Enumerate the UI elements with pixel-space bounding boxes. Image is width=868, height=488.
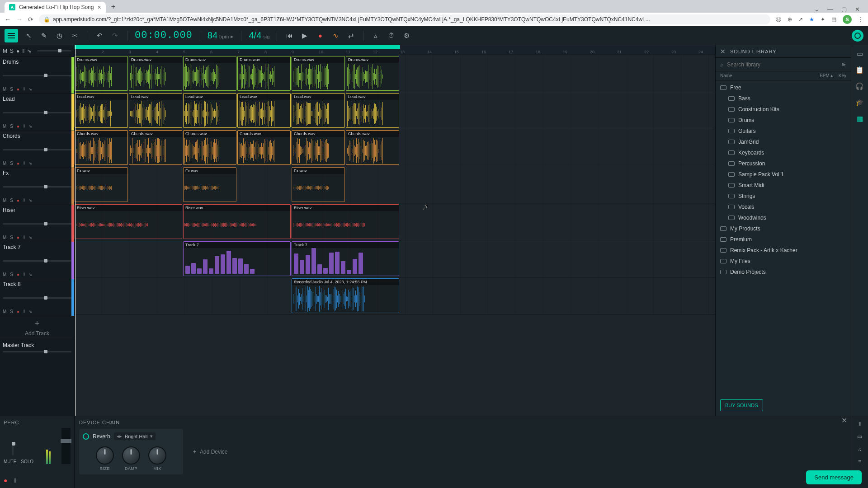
clip[interactable]: Track 7 xyxy=(292,241,399,276)
countdown-icon[interactable]: ⏱ xyxy=(386,32,396,39)
timeline[interactable]: 123456789101112131415161718192021222324 … xyxy=(75,45,715,416)
mute-button[interactable]: M xyxy=(3,309,6,314)
rewind-icon[interactable]: ⏮ xyxy=(284,32,294,39)
library-folder[interactable]: Smart Midi xyxy=(716,180,851,191)
master-track-header[interactable]: Master Track xyxy=(0,339,74,356)
clip[interactable]: Fx.wav xyxy=(75,167,128,202)
clip[interactable]: Lead.wav xyxy=(346,93,399,128)
library-folder[interactable]: Sample Pack Vol 1 xyxy=(716,169,851,180)
arm-record-icon[interactable]: ● xyxy=(17,235,19,240)
master-volume-slider[interactable] xyxy=(3,351,71,352)
track-lane[interactable]: Recorded Audio Jul 4, 2023, 1:24:56 PM xyxy=(75,277,715,314)
automation-lane-icon[interactable]: ∿ xyxy=(28,309,32,314)
timer-tool-icon[interactable]: ◷ xyxy=(54,32,64,40)
mute-button[interactable]: M xyxy=(3,198,6,203)
filter-icon[interactable]: ⚟ xyxy=(841,61,846,68)
tab-close-icon[interactable]: × xyxy=(97,4,101,11)
clip[interactable]: Recorded Audio Jul 4, 2023, 1:24:56 PM xyxy=(292,278,399,313)
mixer-view-icon[interactable]: ⫴ xyxy=(859,421,861,427)
knob-damp[interactable]: DAMP xyxy=(122,446,140,471)
volume-icon[interactable]: ⫴ xyxy=(22,48,24,54)
redo-icon[interactable]: ↷ xyxy=(110,32,120,40)
clipboard-icon[interactable]: 📋 xyxy=(855,66,864,74)
record-icon[interactable]: ● xyxy=(315,32,325,39)
library-folder[interactable]: My Products xyxy=(716,223,851,234)
power-icon[interactable] xyxy=(83,433,89,440)
meter-icon[interactable]: ⫴ xyxy=(23,309,25,314)
meter-icon[interactable]: ⫴ xyxy=(23,197,25,203)
meter-icon[interactable]: ⫴ xyxy=(23,86,25,92)
track-lane[interactable]: Lead.wav Lead.wav Lead.wav Lead.wav Lead… xyxy=(75,92,715,129)
clip[interactable]: Drums.wav xyxy=(292,56,345,91)
library-folder[interactable]: Free xyxy=(716,82,851,93)
automation-lane-icon[interactable]: ∿ xyxy=(28,87,32,92)
extensions-icon[interactable]: ✦ xyxy=(821,16,825,23)
clip[interactable]: Fx.wav xyxy=(183,167,236,202)
track-header[interactable]: Lead M S ● ⫴ ∿ xyxy=(0,94,74,131)
clip[interactable]: Lead.wav xyxy=(292,93,345,128)
library-folder[interactable]: Demo Projects xyxy=(716,267,851,277)
knob-mix[interactable]: MIX xyxy=(148,446,166,471)
track-lane[interactable]: Fx.wav Fx.wav Fx.wav xyxy=(75,166,715,203)
loop-region[interactable] xyxy=(75,45,400,49)
play-icon[interactable]: ▶ xyxy=(300,32,310,40)
menu-icon[interactable]: ⋮ xyxy=(858,16,863,23)
browser-tab[interactable]: A Generated Lo-Fi Hip Hop Song × xyxy=(5,2,106,13)
back-icon[interactable]: ← xyxy=(5,16,11,23)
clip[interactable]: Chords.wav xyxy=(75,130,128,165)
solo-button[interactable]: S xyxy=(10,124,13,129)
meter-icon[interactable]: ⫴ xyxy=(23,235,25,240)
clip[interactable]: Drums.wav xyxy=(129,56,182,91)
buy-sounds-button[interactable]: BUY SOUNDS xyxy=(720,399,763,411)
arm-record-icon[interactable]: ● xyxy=(17,124,19,129)
chat-widget[interactable]: Send message xyxy=(806,470,862,484)
track-lanes[interactable]: Drums.wav Drums.wav Drums.wav Drums.wav … xyxy=(75,55,715,416)
clip[interactable]: Lead.wav xyxy=(129,93,182,128)
knob-dial[interactable] xyxy=(96,446,114,465)
mute-button[interactable]: M xyxy=(3,124,6,129)
library-folder[interactable]: Guitars xyxy=(716,126,851,136)
sidebar-icon[interactable]: ▤ xyxy=(831,16,836,23)
minimize-icon[interactable]: — xyxy=(827,6,833,13)
time-display[interactable]: 00:00.000 xyxy=(135,30,193,41)
piano-roll-icon[interactable]: ♫ xyxy=(858,446,862,452)
track-volume-slider[interactable] xyxy=(3,149,71,150)
meter-icon[interactable]: ⫴ xyxy=(23,160,25,166)
track-volume-slider[interactable] xyxy=(3,75,71,76)
track-header[interactable]: Riser M S ● ⫴ ∿ xyxy=(0,205,74,242)
track-volume-slider[interactable] xyxy=(3,260,71,262)
clip[interactable]: Chords.wav xyxy=(292,130,345,165)
keyboard-icon[interactable]: ⫴ xyxy=(14,477,16,484)
clip[interactable]: Chords.wav xyxy=(183,130,236,165)
clip[interactable]: Chords.wav xyxy=(346,130,399,165)
library-folder[interactable]: My Files xyxy=(716,256,851,267)
arm-record-icon[interactable]: ● xyxy=(4,477,7,484)
translate-icon[interactable]: ⓖ xyxy=(776,16,781,23)
clip[interactable]: Lead.wav xyxy=(75,93,128,128)
track-lane[interactable]: Drums.wav Drums.wav Drums.wav Drums.wav … xyxy=(75,55,715,92)
track-header[interactable]: Track 8 M S ● ⫴ ∿ xyxy=(0,279,74,316)
chevron-down-icon[interactable]: ⌄ xyxy=(814,6,819,13)
clip[interactable]: Chords.wav xyxy=(129,130,182,165)
device-reverb[interactable]: Reverb ◂▸ Bright Hall ▾ SIZEDAMPMIX xyxy=(79,429,183,474)
col-name[interactable]: Name xyxy=(720,73,820,78)
automation-lane-icon[interactable]: ∿ xyxy=(28,161,32,166)
library-folder[interactable]: Construction Kits xyxy=(716,104,851,115)
library-folder[interactable]: Keyboards xyxy=(716,147,851,158)
url-input[interactable]: 🔒 app.ampedstudio.com/?_gl=1*zkt20c*_ga*… xyxy=(39,14,770,24)
track-volume-slider[interactable] xyxy=(3,297,71,299)
mute-button[interactable]: M xyxy=(3,87,6,92)
profile-avatar[interactable]: S xyxy=(843,15,852,24)
close-library-icon[interactable]: ✕ xyxy=(720,48,726,55)
clip[interactable]: Drums.wav xyxy=(237,56,291,91)
preset-selector[interactable]: ◂▸ Bright Hall ▾ xyxy=(114,432,156,440)
solo-button[interactable]: S xyxy=(10,272,13,277)
clip[interactable]: Drums.wav xyxy=(346,56,399,91)
share-icon[interactable]: ↗ xyxy=(798,16,803,23)
solo-button[interactable]: S xyxy=(10,87,13,92)
mute-button[interactable]: M xyxy=(3,161,6,166)
clip[interactable]: Drums.wav xyxy=(183,56,236,91)
meter-icon[interactable]: ⫴ xyxy=(23,123,25,129)
library-folder[interactable]: Strings xyxy=(716,191,851,202)
mute-button[interactable]: M xyxy=(3,272,6,277)
